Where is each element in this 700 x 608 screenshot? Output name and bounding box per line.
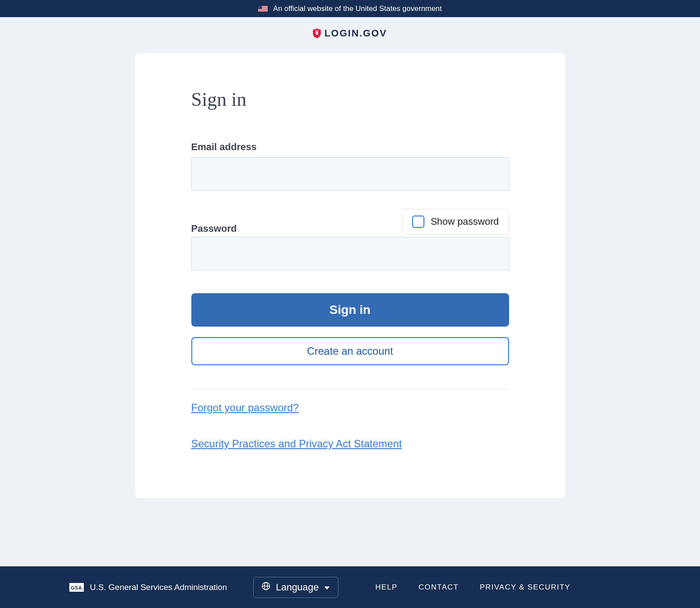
us-flag-icon bbox=[258, 6, 268, 12]
signin-button[interactable]: Sign in bbox=[191, 293, 509, 327]
svg-rect-7 bbox=[258, 11, 268, 11]
signin-card: Sign in Email address Password Show pass… bbox=[135, 53, 565, 498]
password-label: Password bbox=[191, 223, 237, 234]
caret-down-icon bbox=[324, 582, 330, 593]
svg-rect-8 bbox=[258, 6, 262, 9]
logo-text: LOGIN.GOV bbox=[324, 28, 387, 39]
gov-banner-text: An official website of the United States… bbox=[273, 4, 442, 13]
footer-link-contact[interactable]: CONTACT bbox=[419, 583, 459, 592]
email-input[interactable] bbox=[191, 157, 509, 191]
site-footer: GSA U.S. General Services Administration… bbox=[0, 566, 700, 608]
forgot-password-link[interactable]: Forgot your password? bbox=[191, 402, 299, 414]
svg-rect-9 bbox=[316, 32, 318, 35]
footer-org-text: U.S. General Services Administration bbox=[90, 583, 227, 592]
show-password-toggle[interactable]: Show password bbox=[402, 209, 509, 234]
password-input[interactable] bbox=[191, 237, 509, 270]
security-statement-link[interactable]: Security Practices and Privacy Act State… bbox=[191, 438, 402, 450]
checkbox-icon bbox=[412, 216, 424, 228]
email-label: Email address bbox=[191, 141, 509, 153]
show-password-label: Show password bbox=[431, 216, 499, 227]
gsa-badge-icon: GSA bbox=[69, 583, 84, 592]
gov-banner: An official website of the United States… bbox=[0, 0, 700, 17]
language-selector[interactable]: Language bbox=[253, 577, 338, 598]
globe-icon bbox=[262, 582, 270, 593]
language-label: Language bbox=[276, 582, 319, 593]
password-field-group: Password Show password bbox=[191, 209, 509, 270]
create-account-button[interactable]: Create an account bbox=[191, 337, 509, 365]
svg-rect-5 bbox=[258, 9, 268, 10]
footer-link-privacy[interactable]: PRIVACY & SECURITY bbox=[480, 583, 571, 592]
footer-links: HELP CONTACT PRIVACY & SECURITY bbox=[375, 583, 571, 592]
site-logo: LOGIN.GOV bbox=[0, 17, 700, 53]
svg-rect-6 bbox=[258, 11, 268, 11]
footer-org: GSA U.S. General Services Administration bbox=[69, 583, 227, 592]
email-field-group: Email address bbox=[191, 141, 509, 191]
page-title: Sign in bbox=[191, 88, 509, 111]
footer-link-help[interactable]: HELP bbox=[375, 583, 397, 592]
divider: Forgot your password? Security Practices… bbox=[191, 389, 509, 450]
shield-icon bbox=[313, 29, 321, 38]
